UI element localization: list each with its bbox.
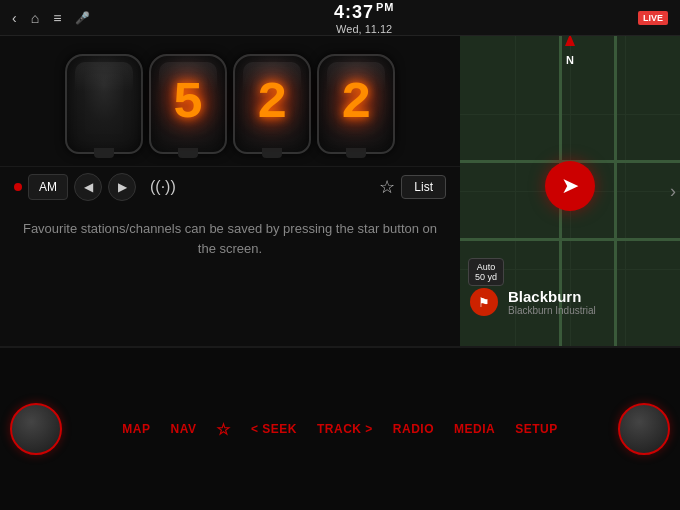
nav-item-map-label: MAP [122,422,150,436]
home-icon[interactable]: ⌂ [31,10,39,26]
nav-item-map[interactable]: MAP [112,414,160,444]
location-icon: ⚑ [470,288,498,316]
bottom-navigation: MAP NAV ☆ < SEEK TRACK > RADIO MEDIA SET… [62,412,618,447]
compass-north: N [566,54,574,66]
date-display: Wed, 11.12 [336,23,392,35]
nav-item-setup[interactable]: SETUP [505,414,568,444]
status-left-icons: ‹ ⌂ ≡ 🎤 [12,10,90,26]
nav-item-fav[interactable]: ☆ [206,412,241,447]
status-right: LIVE [638,11,668,25]
compass-arrow [565,36,575,46]
distance-value: 50 yd [475,272,497,282]
map-chevron[interactable]: › [670,181,676,202]
list-button[interactable]: List [401,175,446,199]
location-name: Blackburn [508,288,672,305]
nixie-tube-4: 2 [317,54,395,154]
back-icon[interactable]: ‹ [12,10,17,26]
volume-knob[interactable] [10,403,62,455]
map-background: N ➤ › Auto 50 yd ⚑ Blackburn Bla [460,36,680,346]
nav-item-media[interactable]: MEDIA [444,414,505,444]
band-button[interactable]: AM [28,174,68,200]
nav-item-radio[interactable]: RADIO [383,414,444,444]
nixie-tube-1 [65,54,143,154]
location-symbol: ⚑ [478,295,490,310]
next-button[interactable]: ▶ [108,173,136,201]
nav-item-track-fwd[interactable]: TRACK > [307,414,383,444]
nav-item-nav[interactable]: NAV [160,414,206,444]
nixie-tube-3: 2 [233,54,311,154]
radio-controls: AM ◀ ▶ ((·)) ☆ List [0,166,460,207]
bottom-bar: MAP NAV ☆ < SEEK TRACK > RADIO MEDIA SET… [0,346,680,510]
nixie-digit-2: 5 [172,78,203,130]
status-bar: ‹ ⌂ ≡ 🎤 4:37PM Wed, 11.12 LIVE [0,0,680,36]
nixie-digit-3: 2 [256,78,287,130]
prev-icon: ◀ [84,180,93,194]
time-value: 4:37 [334,2,374,22]
nixie-digit-4: 2 [340,78,371,130]
nav-arrow-icon: ➤ [561,173,579,199]
auto-label: Auto [475,262,497,272]
radio-info-text: Favourite stations/channels can be saved… [23,221,437,256]
nav-indicator: ➤ [545,161,595,211]
nixie-display: 5 2 2 [0,36,460,166]
red-dot [14,183,22,191]
location-sub: Blackburn Industrial [508,305,672,316]
radio-info: Favourite stations/channels can be saved… [0,207,460,346]
mic-icon[interactable]: 🎤 [75,11,90,25]
main-area: 5 2 2 AM ◀ ▶ ((·)) ☆ List Fav [0,36,680,346]
auto-badge: Auto 50 yd [468,258,504,286]
menu-icon[interactable]: ≡ [53,10,61,26]
tuner-knob[interactable] [618,403,670,455]
signal-icon: ((·)) [142,174,184,200]
nav-item-radio-label: RADIO [393,422,434,436]
nav-item-setup-label: SETUP [515,422,558,436]
nixie-tube-2: 5 [149,54,227,154]
location-info: Blackburn Blackburn Industrial [508,288,672,316]
radio-panel: 5 2 2 AM ◀ ▶ ((·)) ☆ List Fav [0,36,460,346]
status-center: 4:37PM Wed, 11.12 [334,1,395,35]
clock: 4:37PM [334,1,395,23]
nav-item-track-fwd-label: TRACK > [317,422,373,436]
nav-item-media-label: MEDIA [454,422,495,436]
nav-item-seek-back-label: < SEEK [251,422,297,436]
nav-item-seek-back[interactable]: < SEEK [241,414,307,444]
prev-button[interactable]: ◀ [74,173,102,201]
bottom-controls: MAP NAV ☆ < SEEK TRACK > RADIO MEDIA SET… [0,348,680,510]
nav-item-fav-label: ☆ [216,420,231,439]
map-panel[interactable]: N ➤ › Auto 50 yd ⚑ Blackburn Bla [460,36,680,346]
compass: N [554,44,586,76]
live-badge: LIVE [638,11,668,25]
next-icon: ▶ [118,180,127,194]
favorite-button[interactable]: ☆ [379,176,395,198]
map-road-h2 [460,238,680,241]
time-period: PM [376,1,395,13]
nav-item-nav-label: NAV [170,422,196,436]
